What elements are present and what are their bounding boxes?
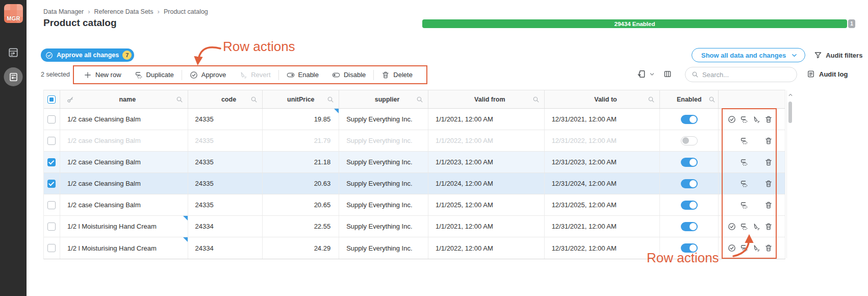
column-header-enabled[interactable]: Enabled	[660, 90, 719, 108]
code-cell[interactable]: 24334	[188, 216, 263, 237]
duplicate-icon[interactable]	[740, 223, 748, 231]
disable-button[interactable]: Disable	[325, 66, 372, 83]
approve-button[interactable]: Approve	[183, 66, 233, 83]
select-all-checkbox[interactable]	[47, 95, 56, 104]
enabled-toggle[interactable]	[681, 158, 698, 167]
breadcrumb-product-catalog[interactable]: Product catalog	[164, 8, 208, 15]
supplier-cell[interactable]: Supply Everything Inc.	[339, 216, 428, 237]
breadcrumb-reference-data-sets[interactable]: Reference Data Sets	[94, 8, 154, 15]
unitprice-cell[interactable]: 20.65	[263, 194, 339, 215]
column-search-icon[interactable]	[648, 96, 655, 103]
column-header-valid-to[interactable]: Valid to	[545, 90, 660, 108]
approve-all-changes-button[interactable]: Approve all changes 7	[41, 48, 134, 62]
valid-to-cell[interactable]: 12/31/2022, 12:00 AM	[545, 130, 660, 151]
valid-to-cell[interactable]: 12/31/2021, 12:00 AM	[545, 109, 660, 130]
unitprice-cell[interactable]: 20.63	[263, 173, 339, 194]
unitprice-cell[interactable]: 22.55	[263, 216, 339, 237]
supplier-cell[interactable]: Supply Everything Inc.	[339, 237, 428, 259]
column-search-icon[interactable]	[708, 96, 716, 103]
valid-to-cell[interactable]: 12/31/2022, 12:00 AM	[545, 237, 660, 259]
duplicate-icon[interactable]	[740, 244, 748, 252]
approve-icon[interactable]	[728, 223, 736, 231]
column-search-icon[interactable]	[416, 96, 423, 103]
row-checkbox[interactable]	[47, 223, 56, 231]
supplier-cell[interactable]: Supply Everything Inc.	[339, 194, 428, 215]
scroll-up-icon[interactable]	[788, 92, 793, 97]
column-search-icon[interactable]	[532, 96, 540, 103]
code-cell[interactable]: 24335	[188, 130, 263, 151]
column-search-icon[interactable]	[327, 96, 334, 103]
enabled-toggle[interactable]	[681, 222, 698, 231]
duplicate-icon[interactable]	[740, 158, 748, 166]
name-cell[interactable]: 1/2 l Moisturising Hand Cream	[60, 237, 188, 259]
column-settings-button[interactable]	[663, 70, 672, 80]
enabled-toggle[interactable]	[681, 179, 698, 188]
catalog-nav-active[interactable]	[4, 67, 23, 86]
revert-icon[interactable]	[752, 223, 760, 231]
delete-icon[interactable]	[764, 201, 773, 209]
code-cell[interactable]: 24335	[188, 194, 263, 215]
duplicate-icon[interactable]	[740, 180, 748, 188]
enabled-toggle[interactable]	[681, 115, 698, 124]
enabled-toggle[interactable]	[681, 136, 698, 145]
column-header-supplier[interactable]: supplier	[339, 90, 428, 108]
name-cell[interactable]: 1/2 case Cleansing Balm	[60, 109, 188, 130]
scrollbar-thumb[interactable]	[788, 102, 792, 123]
code-cell[interactable]: 24335	[188, 152, 263, 172]
delete-button[interactable]: Delete	[375, 66, 419, 83]
valid-from-cell[interactable]: 1/1/2021, 12:00 AM	[428, 109, 545, 130]
valid-to-cell[interactable]: 12/31/2024, 12:00 AM	[545, 173, 660, 194]
valid-from-cell[interactable]: 1/1/2023, 12:00 AM	[428, 152, 545, 172]
column-search-icon[interactable]	[176, 96, 183, 103]
delete-icon[interactable]	[764, 137, 773, 145]
breadcrumb-data-manager[interactable]: Data Manager	[43, 8, 84, 15]
approve-icon[interactable]	[728, 244, 736, 252]
duplicate-icon[interactable]	[740, 201, 748, 209]
new-row-button[interactable]: New row	[77, 66, 128, 83]
search-input[interactable]	[702, 71, 790, 79]
unitprice-cell[interactable]: 21.79	[263, 130, 339, 151]
row-checkbox[interactable]	[47, 244, 56, 252]
revert-button[interactable]: Revert	[233, 66, 277, 83]
enabled-toggle[interactable]	[681, 201, 698, 210]
show-all-data-dropdown[interactable]: Show all data and changes	[692, 48, 805, 62]
delete-icon[interactable]	[764, 180, 773, 188]
row-checkbox[interactable]	[47, 115, 56, 124]
name-cell[interactable]: 1/2 case Cleansing Balm	[60, 130, 188, 151]
column-header-name[interactable]: name	[60, 90, 188, 108]
valid-to-cell[interactable]: 12/31/2021, 12:00 AM	[545, 216, 660, 237]
code-cell[interactable]: 24335	[188, 109, 263, 130]
app-logo[interactable]: MGR	[4, 4, 23, 23]
valid-from-cell[interactable]: 1/1/2024, 12:00 AM	[428, 173, 545, 194]
code-cell[interactable]: 24335	[188, 173, 263, 194]
audit-filters-button[interactable]: Audit filters	[814, 51, 862, 59]
valid-to-cell[interactable]: 12/31/2023, 12:00 AM	[545, 152, 660, 172]
duplicate-icon[interactable]	[740, 137, 748, 145]
row-checkbox[interactable]	[47, 158, 56, 166]
row-checkbox[interactable]	[47, 137, 56, 145]
name-cell[interactable]: 1/2 l Moisturising Hand Cream	[60, 216, 188, 237]
column-header-valid-from[interactable]: Valid from	[428, 90, 545, 108]
audit-log-button[interactable]: Audit log	[807, 70, 848, 78]
delete-icon[interactable]	[764, 244, 773, 252]
row-checkbox[interactable]	[47, 180, 56, 188]
approve-icon[interactable]	[728, 115, 736, 124]
revert-icon[interactable]	[752, 115, 760, 124]
code-cell[interactable]: 24334	[188, 237, 263, 259]
unitprice-cell[interactable]: 19.85	[263, 109, 339, 130]
supplier-cell[interactable]: Supply Everything Inc.	[339, 109, 428, 130]
unitprice-cell[interactable]: 21.18	[263, 152, 339, 172]
table-scrollbar[interactable]	[786, 90, 794, 258]
duplicate-button[interactable]: Duplicate	[128, 66, 181, 83]
supplier-cell[interactable]: Supply Everything Inc.	[339, 152, 428, 172]
data-sets-icon[interactable]	[8, 47, 19, 60]
name-cell[interactable]: 1/2 case Cleansing Balm	[60, 152, 188, 172]
export-button[interactable]	[637, 69, 655, 79]
unitprice-cell[interactable]: 24.29	[263, 237, 339, 259]
column-header-unitprice[interactable]: unitPrice	[263, 90, 339, 108]
revert-icon[interactable]	[752, 244, 760, 252]
row-checkbox[interactable]	[47, 201, 56, 209]
delete-icon[interactable]	[764, 223, 773, 231]
name-cell[interactable]: 1/2 case Cleansing Balm	[60, 194, 188, 215]
column-header-code[interactable]: code	[188, 90, 263, 108]
